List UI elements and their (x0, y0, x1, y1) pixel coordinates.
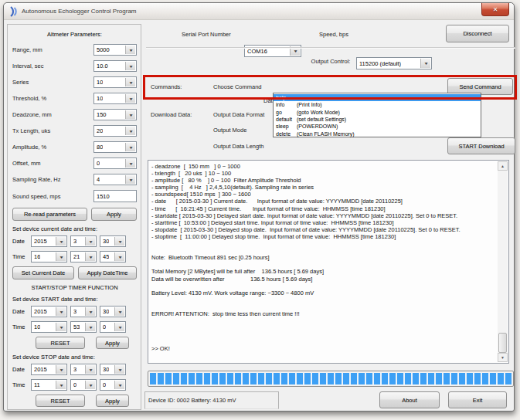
console-scrollbar[interactable]: ▲ ▼ (498, 161, 508, 362)
stop-apply-button[interactable]: Apply (96, 395, 129, 407)
date-part-combo[interactable]: 3 (70, 364, 97, 375)
time-part-combo[interactable]: 21 (70, 251, 97, 262)
console-line: - sampling [ 4 Hz ] 2,4,5,10(default). S… (151, 184, 496, 191)
combo-arrow-icon[interactable] (125, 94, 135, 103)
combo-arrow-icon[interactable] (125, 62, 135, 70)
combo-arrow-icon[interactable] (85, 323, 95, 331)
parameter-list: Range, mm 5000 Interval, sec 10.0 Se (12, 44, 137, 185)
console-line: ERROR! ATTENTION: stop time less then cu… (151, 310, 496, 317)
date-part-combo[interactable]: 3 (70, 235, 97, 247)
date-part-combo[interactable]: 2015 (31, 306, 67, 317)
combo-arrow-icon[interactable] (114, 252, 124, 261)
time-part-combo[interactable]: 11 (31, 379, 67, 391)
console-line (151, 331, 496, 338)
apply-datetime-button[interactable]: Apply DateTime (78, 266, 137, 279)
parameter-combo[interactable]: 20 (93, 125, 137, 137)
combo-arrow-icon[interactable] (56, 323, 66, 331)
time-part-combo[interactable]: 0 (100, 379, 126, 391)
console-line (151, 247, 496, 254)
console-line: - time [ 16:21:45 ] Current time. Input … (151, 205, 496, 212)
combo-arrow-icon[interactable] (85, 307, 95, 316)
date-part-combo[interactable]: 30 (100, 235, 126, 247)
combo-arrow-icon[interactable] (125, 78, 135, 86)
combo-arrow-icon[interactable] (125, 143, 135, 151)
console-output[interactable]: - deadzone [ 150 mm ] 0 ~ 1000 - txlengt… (148, 160, 509, 364)
combo-arrow-icon[interactable] (125, 127, 135, 135)
combo-arrow-icon[interactable] (85, 381, 95, 389)
time-part-combo[interactable]: 16 (31, 251, 67, 262)
disconnect-button[interactable]: Disconnect (446, 25, 509, 42)
combo-arrow-icon[interactable] (114, 365, 124, 374)
close-button[interactable]: ✕ (481, 3, 509, 16)
date-label: Date (12, 366, 31, 373)
time-part-combo[interactable]: 53 (70, 321, 97, 333)
command-list-item[interactable]: sleep (POWERDOWN) (274, 123, 481, 130)
time-part-combo[interactable]: 10 (31, 321, 67, 333)
combo-arrow-icon[interactable] (85, 237, 95, 246)
speed-label: Speed, bps (319, 31, 348, 38)
time-part-combo[interactable]: 0 (70, 379, 97, 391)
combo-arrow-icon[interactable] (125, 175, 135, 184)
parameter-combo[interactable]: 0 (93, 158, 137, 169)
combo-arrow-icon[interactable] (125, 159, 135, 168)
command-list-item[interactable]: default (set default Settings) (274, 116, 481, 123)
apply-parameters-button[interactable]: Apply (91, 208, 137, 221)
combo-arrow-icon[interactable] (56, 381, 66, 389)
parameter-label: Offset, mm (12, 160, 41, 167)
date-part-combo[interactable]: 3 (70, 306, 97, 317)
about-button[interactable]: About (379, 391, 440, 408)
stop-reset-button[interactable]: RESET (36, 395, 85, 407)
time-part-combo[interactable]: 0 (100, 321, 126, 333)
stop-date-row: Date 2015330 (12, 364, 137, 375)
start-reset-button[interactable]: RESET (36, 337, 85, 349)
scrollbar-thumb[interactable] (498, 333, 507, 353)
combo-arrow-icon[interactable] (114, 307, 124, 316)
combo-arrow-icon[interactable] (56, 307, 66, 316)
console-line: - amplitude [ 80 % ] 0 ~ 100 Filter Ampl… (151, 177, 496, 184)
parameter-combo[interactable]: 10.0 (93, 60, 137, 72)
combo-arrow-icon[interactable] (56, 252, 66, 261)
date-part-combo[interactable]: 30 (100, 306, 126, 317)
output-data-format-label: Output Data Format (213, 111, 264, 118)
combo-arrow-icon[interactable] (56, 365, 66, 374)
command-list-item[interactable]: go (goto Work Mode) (274, 109, 481, 116)
date-part-combo[interactable]: 30 (100, 364, 126, 375)
download-progress-bar (148, 371, 514, 387)
combo-arrow-icon[interactable] (56, 237, 66, 246)
current-time-combos: 162145 (31, 251, 137, 262)
parameter-combo[interactable]: 5000 (93, 44, 137, 56)
combo-arrow-icon[interactable] (85, 365, 95, 374)
time-part-combo[interactable]: 45 (100, 251, 126, 262)
parameter-combo[interactable]: 80 (93, 141, 137, 153)
console-line: - soundspeed[ 1510 mps ] 300 ~ 1600 (151, 191, 496, 198)
parameter-combo[interactable]: 4 (93, 174, 137, 185)
date-label: Date (12, 308, 31, 315)
combo-arrow-icon[interactable] (125, 46, 135, 54)
start-download-button[interactable]: START Download (447, 137, 515, 154)
sound-speed-input[interactable] (93, 190, 137, 202)
command-list-item[interactable]: help (274, 94, 481, 101)
date-part-combo[interactable]: 2015 (31, 364, 67, 375)
combo-arrow-icon[interactable] (85, 252, 95, 261)
command-list-item[interactable]: info (Print Info) (274, 101, 481, 108)
combo-arrow-icon[interactable] (114, 381, 124, 389)
combo-arrow-icon[interactable] (125, 110, 135, 119)
title-bar[interactable]: Autonomous Echologger Control Program ✕ (4, 3, 514, 20)
reread-parameters-button[interactable]: Re-read parameters (12, 208, 87, 221)
app-window: Autonomous Echologger Control Program ✕ … (3, 2, 515, 412)
combo-arrow-icon[interactable] (114, 237, 124, 246)
exit-button[interactable]: Exit (448, 391, 507, 408)
parameter-label: Threshold, % (12, 95, 46, 102)
parameter-combo[interactable]: 10 (93, 93, 137, 104)
date-part-combo[interactable]: 2015 (31, 235, 67, 247)
console-line: - stoptime [ 11:00:00 ] Delayed stop tim… (151, 233, 496, 240)
combo-arrow-icon[interactable] (114, 323, 124, 331)
parameter-combo[interactable]: 10 (93, 76, 137, 88)
scroll-down-icon[interactable]: ▼ (498, 353, 508, 362)
command-list-item[interactable]: delete (Clean FLASH Memory) (274, 130, 481, 137)
start-apply-button[interactable]: Apply (96, 337, 129, 349)
parameter-combo[interactable]: 150 (93, 109, 137, 120)
set-current-date-button[interactable]: Set Current Date (12, 266, 74, 279)
scroll-up-icon[interactable]: ▲ (498, 161, 508, 171)
output-data-length-label: Output Data Length (213, 143, 263, 150)
